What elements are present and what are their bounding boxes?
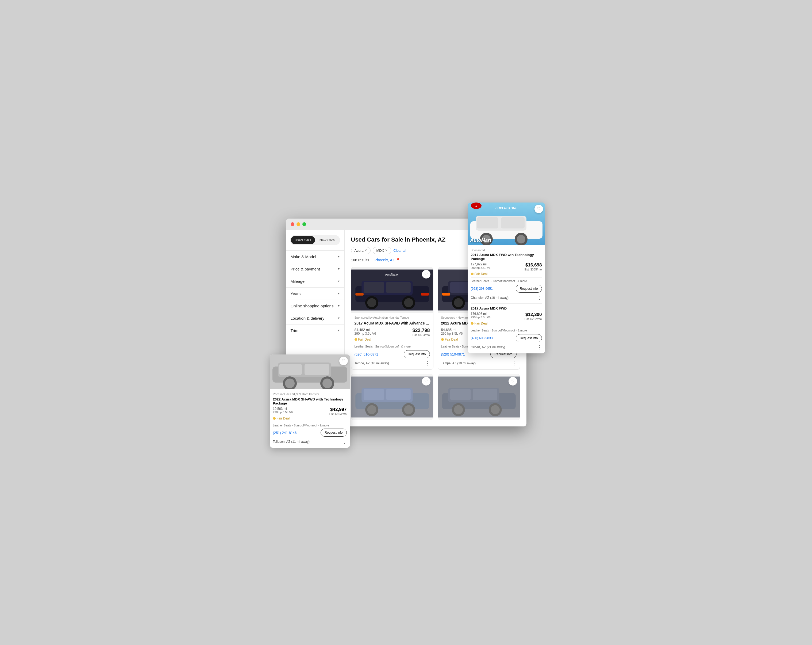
frc-more-icon[interactable]: ⋮ xyxy=(537,295,542,301)
car-footer-1: (520) 510-0871 Request info xyxy=(354,350,430,358)
acura-tag-close-icon[interactable]: ✕ xyxy=(365,249,367,252)
heart-btn-1[interactable]: ♡ xyxy=(422,270,430,278)
fc-location-footer: Tolleson, AZ (11 mi away) ⋮ xyxy=(273,439,347,445)
svg-rect-45 xyxy=(279,364,302,375)
frc-image: SUPERSTORE A ♡ AutoMart xyxy=(468,203,545,245)
filter-make-model[interactable]: Make & Model ▾ xyxy=(286,251,344,263)
frc-est-monthly: Est. $355/mo xyxy=(525,268,542,271)
location-link[interactable]: Phoenix, AZ 📍 xyxy=(375,258,400,262)
frc-car2-mileage: 176,806 mi xyxy=(471,312,491,316)
fc-mileage: 19,563 mi xyxy=(273,407,293,411)
frc-price-row: 127,922 mi 290 hp 3.5L V6 $16,698 Est. $… xyxy=(471,263,542,271)
frc-features: Leather Seats · Sunroof/Moonroof · & mor… xyxy=(471,277,542,283)
frc-car2-request-btn[interactable]: Request info xyxy=(516,334,542,342)
heart-btn-floating-left[interactable]: ♡ xyxy=(339,357,348,365)
phone-link-2[interactable]: (520) 510-0871 xyxy=(441,352,465,356)
svg-rect-54 xyxy=(477,217,498,228)
minimize-button[interactable] xyxy=(296,222,300,226)
heart-btn-3[interactable]: ♡ xyxy=(422,377,430,385)
more-options-icon-2[interactable]: ⋮ xyxy=(512,360,517,366)
frc-car2-more-icon[interactable]: ⋮ xyxy=(537,344,542,350)
filter-price-payment[interactable]: Price & payment ▾ xyxy=(286,263,344,275)
acura-tag-label: Acura xyxy=(354,249,363,252)
more-options-icon-1[interactable]: ⋮ xyxy=(425,360,430,366)
car-card-3[interactable]: ♡ xyxy=(351,374,433,420)
filter-location-delivery[interactable]: Location & delivery ▾ xyxy=(286,312,344,324)
deal-badge-1: Fair Deal xyxy=(354,338,430,341)
tab-switcher: Used Cars New Cars xyxy=(290,235,340,245)
request-btn-1[interactable]: Request info xyxy=(404,350,430,358)
svg-rect-3 xyxy=(363,282,384,293)
car-location-2: Tempe, AZ (10 mi away) xyxy=(441,361,476,365)
results-count: 166 results xyxy=(351,258,369,262)
frc-car2-location-footer: Gilbert, AZ (21 mi away) ⋮ xyxy=(471,344,542,350)
fc-request-btn[interactable]: Request info xyxy=(321,429,346,437)
car-features-1: Leather Seats · Sunroof/Moonroof · & mor… xyxy=(354,343,430,348)
svg-rect-10 xyxy=(421,293,429,295)
svg-rect-46 xyxy=(305,364,329,375)
location-footer-2: Tempe, AZ (10 mi away) ⋮ xyxy=(441,360,517,366)
car-name-1: 2017 Acura MDX SH-AWD with Advance ... xyxy=(354,321,430,326)
frc-car2-section: 2017 Acura MDX FWD 176,806 mi 290 hp 3.5… xyxy=(471,303,542,350)
maximize-button[interactable] xyxy=(302,222,306,226)
car-location-1: Tempe, AZ (10 mi away) xyxy=(354,361,389,365)
browser-window: Used Cars New Cars Make & Model ▾ Price … xyxy=(286,219,527,426)
fc-price: $42,997 xyxy=(330,407,347,412)
filter-years[interactable]: Years ▾ xyxy=(286,287,344,300)
svg-point-6 xyxy=(367,298,376,307)
frc-request-btn[interactable]: Request info xyxy=(516,285,542,293)
filter-trim[interactable]: Trim ▾ xyxy=(286,324,344,336)
car-engine-2: 290 hp 3.5L V6 xyxy=(441,332,463,335)
fc-est-monthly: Est. $863/mo xyxy=(330,412,347,416)
frc-deal-label: Fair Deal xyxy=(475,272,488,276)
frc-car2-est-monthly: Est. $262/mo xyxy=(525,317,542,321)
mdx-tag-close-icon[interactable]: ✕ xyxy=(385,249,388,252)
svg-text:A: A xyxy=(475,205,477,207)
filter-mileage[interactable]: Mileage ▾ xyxy=(286,275,344,287)
car-engine-1: 290 hp 3.5L V6 xyxy=(354,332,376,335)
chevron-make-model-icon: ▾ xyxy=(338,255,340,258)
close-button[interactable] xyxy=(291,222,295,226)
fc-footer: (251) 241-8146 Request info xyxy=(273,429,347,437)
svg-text:SUPERSTORE: SUPERSTORE xyxy=(495,206,517,210)
fc-location: Tolleson, AZ (11 mi away) xyxy=(273,440,310,443)
fc-engine: 290 hp 3.5L V6 xyxy=(273,411,293,414)
sponsor-text-1: Sponsored by AutoNation Hyundai Tempe xyxy=(354,316,430,319)
automart-label: AutoMart xyxy=(470,238,491,243)
frc-location: Chandler, AZ (16 mi away) xyxy=(471,296,508,300)
frc-body: Sponsored 2017 Acura MDX FWD wth Technol… xyxy=(468,245,545,353)
clear-all-link[interactable]: Clear all xyxy=(393,249,406,252)
location-footer-1: Tempe, AZ (10 mi away) ⋮ xyxy=(354,360,430,366)
car-price-row-1: 84,482 mi 290 hp 3.5L V6 $22,798 Est. $4… xyxy=(354,328,430,336)
mdx-filter-tag[interactable]: MDX ✕ xyxy=(373,247,391,254)
frc-phone-link[interactable]: (928) 298-9651 xyxy=(471,287,493,290)
car-mileage-1: 84,482 mi xyxy=(354,328,376,332)
phone-link-1[interactable]: (520) 510-0871 xyxy=(354,352,379,356)
tab-used-cars[interactable]: Used Cars xyxy=(291,236,315,244)
location-label: Phoenix, AZ xyxy=(375,258,395,262)
frc-car-name: 2017 Acura MDX FWD wth Technology Packag… xyxy=(471,253,542,261)
frc-car2-name: 2017 Acura MDX FWD xyxy=(471,306,542,310)
mdx-tag-label: MDX xyxy=(376,249,384,252)
svg-point-32 xyxy=(404,405,413,414)
car-card-4[interactable]: ♡ xyxy=(438,374,520,420)
heart-btn-4[interactable]: ♡ xyxy=(508,377,517,385)
svg-point-48 xyxy=(285,379,295,388)
fc-deal-badge: Fair Deal xyxy=(273,417,347,420)
fc-more-icon[interactable]: ⋮ xyxy=(342,439,347,445)
svg-point-39 xyxy=(454,405,463,414)
filter-online-shopping[interactable]: Online shopping options ▾ xyxy=(286,300,344,312)
frc-footer: (928) 298-9651 Request info xyxy=(471,285,542,293)
car-image-4: ♡ xyxy=(438,374,520,420)
frc-engine: 290 hp 3.5L V6 xyxy=(471,266,491,269)
svg-rect-4 xyxy=(386,282,411,293)
tab-new-cars[interactable]: New Cars xyxy=(315,236,339,244)
frc-car2-deal-label: Fair Deal xyxy=(475,322,488,325)
heart-btn-floating-right[interactable]: ♡ xyxy=(534,205,543,213)
frc-car2-phone[interactable]: (480) 608-9833 xyxy=(471,336,493,340)
deal-dot-2 xyxy=(441,338,444,341)
fc-phone-link[interactable]: (251) 241-8146 xyxy=(273,431,297,435)
car-card-1[interactable]: AutoNation ♡ Sponsored by AutoNation Hyu… xyxy=(351,267,433,370)
acura-filter-tag[interactable]: Acura ✕ xyxy=(351,247,371,254)
chevron-location-icon: ▾ xyxy=(338,316,340,320)
